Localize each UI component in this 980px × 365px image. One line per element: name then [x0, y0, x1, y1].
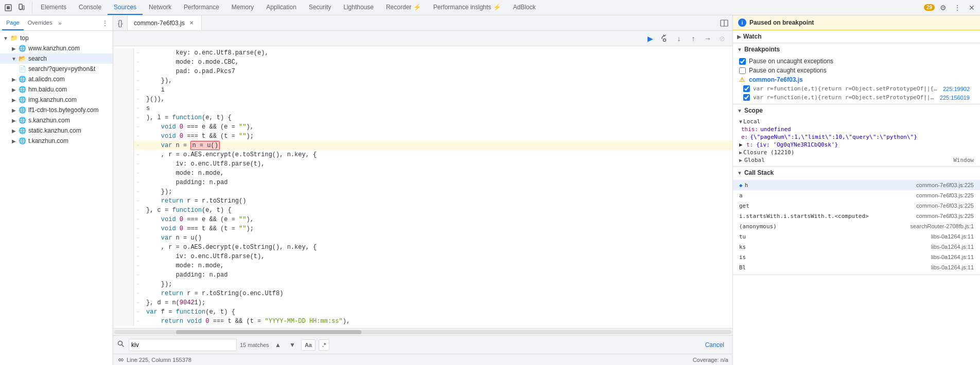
- find-input[interactable]: [131, 341, 234, 349]
- breakpoints-label: Breakpoints: [744, 46, 780, 53]
- tab-console[interactable]: Console: [73, 0, 108, 15]
- tree-item-search-file[interactable]: 📄 search/?query=python&t: [0, 64, 113, 74]
- find-next-button[interactable]: ▼: [287, 339, 298, 351]
- breakpoints-header[interactable]: ▼ Breakpoints: [733, 43, 980, 56]
- tree-item-tkanzhun[interactable]: ▶ 🌐 t.kanzhun.com: [0, 136, 113, 146]
- svg-rect-4: [23, 6, 24, 10]
- tree-item-bytegoofy[interactable]: ▶ 🌐 lf1-cdn-tos.bytegoofy.com: [0, 105, 113, 115]
- find-cancel-button[interactable]: Cancel: [701, 339, 728, 351]
- code-container[interactable]: - key: o.enc.Utf8.parse(e), - mode: o.mo…: [113, 46, 732, 328]
- code-line: - , r = o.AES.decrypt(e.toString(), n.ke…: [113, 243, 732, 252]
- cs-item-a[interactable]: a common-7e6f03.js:225: [733, 190, 980, 200]
- step-into-button[interactable]: ↓: [673, 32, 685, 45]
- cs-fn-is: is: [739, 254, 929, 261]
- inspect-icon[interactable]: [2, 2, 14, 14]
- more-options-icon[interactable]: ⋮: [951, 2, 964, 14]
- watch-header[interactable]: ▶ Watch: [733, 30, 980, 43]
- scrollbar-track: [114, 330, 731, 334]
- tree-item-baidu[interactable]: ▶ 🌐 hm.baidu.com: [0, 84, 113, 95]
- cs-item-anon[interactable]: (anonymous) searchRouter-2708fb.js:1: [733, 221, 980, 231]
- code-line: - mode: n.mode,: [113, 169, 732, 178]
- cs-item-is[interactable]: is libs-0a1264.js:11: [733, 252, 980, 262]
- tree-item-search[interactable]: ▼ 📂 search: [0, 53, 113, 64]
- tab-adblock[interactable]: AdBlock: [507, 0, 542, 15]
- close-icon[interactable]: ✕: [966, 2, 978, 14]
- tab-application[interactable]: Application: [260, 0, 303, 15]
- bp-entry-1[interactable]: var r=function(e,t){return r=Object.setP…: [733, 84, 980, 93]
- tree-item-skanzhun[interactable]: ▶ 🌐 s.kanzhun.com: [0, 115, 113, 125]
- cs-item-tu[interactable]: tu libs-0a1264.js:11: [733, 231, 980, 242]
- step-out-button[interactable]: ↑: [687, 32, 699, 45]
- cs-fn-bl: Bl: [739, 264, 929, 271]
- sidebar-action-more[interactable]: ⋮: [99, 17, 111, 29]
- network-icon: 🌐: [19, 76, 26, 83]
- code-line: - ), l = function(e, t) {: [113, 113, 732, 122]
- code-line: - void 0 === e && (e = ""),: [113, 122, 732, 132]
- find-prev-button[interactable]: ▲: [272, 339, 284, 351]
- coverage-text: Coverage: n/a: [693, 357, 728, 363]
- code-editor-area: {}​ common-7e6f03.js ✕ ▶ ↓ ↑ → ⊘: [113, 15, 733, 365]
- tree-item-alicdn[interactable]: ▶ 🌐 at.alicdn.com: [0, 74, 113, 84]
- scope-global[interactable]: ▶ Global Window: [733, 156, 980, 164]
- tab-performance-insights[interactable]: Performance insights ⚡: [427, 0, 507, 15]
- cs-item-h[interactable]: ◆h common-7e6f03.js:225: [733, 180, 980, 190]
- tab-recorder[interactable]: Recorder ⚡: [380, 0, 427, 15]
- bp-file-icon: ⚠: [739, 76, 745, 83]
- tab-elements[interactable]: Elements: [34, 0, 73, 15]
- tree-item-kanzhun[interactable]: ▶ 🌐 www.kanzhun.com: [0, 43, 113, 53]
- scope-closure[interactable]: ▶ Closure (12210): [733, 149, 980, 156]
- bp-2-checkbox[interactable]: [743, 94, 750, 101]
- case-sensitive-button[interactable]: Aa: [301, 339, 316, 351]
- folder-open-icon: 📂: [19, 55, 26, 62]
- split-editor-icon[interactable]: [718, 17, 730, 29]
- scope-var-t-arrow: ▶: [739, 141, 745, 148]
- pause-caught-checkbox[interactable]: [739, 67, 746, 74]
- sidebar-more-tabs[interactable]: »: [56, 20, 63, 26]
- code-line: - return r = r.toString(): [113, 196, 732, 206]
- cs-item-computed[interactable]: i.startsWith.i.startsWith.t.<computed> c…: [733, 211, 980, 221]
- scope-expand-arrow: ▼: [737, 108, 742, 114]
- tree-item-top[interactable]: ▼ 📁 top: [0, 33, 113, 43]
- sidebar-tabs: Page Overrides » ⋮: [0, 15, 113, 31]
- cs-item-bl[interactable]: Bl libs-0a1264.js:11: [733, 262, 980, 272]
- pause-uncaught-checkbox[interactable]: [739, 58, 746, 65]
- scope-local[interactable]: ▼ Local: [733, 118, 980, 125]
- sidebar-tab-page[interactable]: Page: [2, 15, 24, 30]
- code-line: - void 0 === e && (e = ""),: [113, 215, 732, 224]
- bp-1-checkbox[interactable]: [743, 85, 750, 92]
- call-stack-body: ◆h common-7e6f03.js:225 a common-7e6f03.…: [733, 179, 980, 275]
- scope-local-label: Local: [743, 118, 760, 125]
- tab-close-icon[interactable]: ✕: [188, 20, 195, 27]
- tree-arrow: ▶: [10, 127, 18, 134]
- sidebar-tab-overrides[interactable]: Overrides: [24, 15, 57, 30]
- tab-network[interactable]: Network: [143, 0, 178, 15]
- step-button[interactable]: →: [702, 32, 714, 45]
- scope-var-t[interactable]: ▶ t: {iv: 'Og0qYNe3R1CbQ0sk'}: [733, 141, 980, 149]
- call-stack-header[interactable]: ▼ Call Stack: [733, 167, 980, 179]
- tab-sources[interactable]: Sources: [108, 0, 143, 15]
- call-stack-label: Call Stack: [744, 169, 774, 176]
- cs-fn-get: get: [739, 203, 914, 209]
- bp-entry-2[interactable]: var r=function(e,t){return r=Object.setP…: [733, 93, 980, 102]
- editor-tab-file[interactable]: common-7e6f03.js ✕: [128, 15, 202, 30]
- tab-security[interactable]: Security: [303, 0, 337, 15]
- tree-item-statickanzhun[interactable]: ▶ 🌐 static.kanzhun.com: [0, 125, 113, 136]
- tab-memory[interactable]: Memory: [225, 0, 260, 15]
- tab-lighthouse[interactable]: Lighthouse: [337, 0, 380, 15]
- step-over-button[interactable]: [658, 32, 671, 45]
- cs-item-ks[interactable]: ks libs-0a1264.js:11: [733, 242, 980, 252]
- deactivate-breakpoints-button[interactable]: ⊘: [716, 32, 728, 45]
- breakpoints-expand-arrow: ▼: [737, 47, 742, 52]
- tree-arrow: ▼: [10, 55, 18, 62]
- device-icon[interactable]: [15, 2, 28, 14]
- settings-icon[interactable]: ⚙: [937, 2, 949, 14]
- scope-header[interactable]: ▼ Scope: [733, 104, 980, 117]
- horizontal-scrollbar[interactable]: [113, 328, 732, 335]
- tab-performance[interactable]: Performance: [178, 0, 225, 15]
- cs-item-get[interactable]: get common-7e6f03.js:225: [733, 200, 980, 211]
- tree-arrow-top: ▼: [2, 34, 9, 42]
- scope-var-name: e:: [741, 134, 748, 140]
- regex-button[interactable]: .*: [319, 339, 329, 351]
- tree-item-imgkanzhun[interactable]: ▶ 🌐 img.kanzhun.com: [0, 95, 113, 105]
- resume-button[interactable]: ▶: [644, 32, 656, 45]
